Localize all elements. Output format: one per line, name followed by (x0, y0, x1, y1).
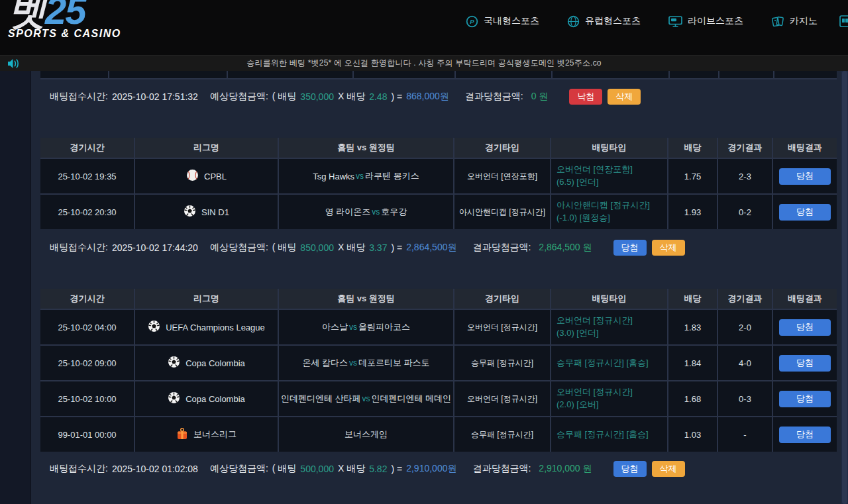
bet-result-cell: 당첨 (773, 159, 837, 193)
status-lose-button[interactable]: 낙첨 (569, 89, 602, 105)
column-header-teams: 홈팀 vs 원정팀 (279, 138, 453, 158)
nav-item-domestic-sports[interactable]: P 국내형스포츠 (466, 15, 539, 28)
odds-cell: 1.03 (668, 417, 717, 452)
p-circle-icon: P (466, 15, 478, 28)
nav-item-european-sports[interactable]: 유럽형스포츠 (567, 15, 641, 28)
equals-sign: ) = (391, 464, 402, 474)
away-team: 데포르티보 파스토 (358, 357, 430, 369)
column-header-odds: 배당 (668, 289, 717, 309)
win-badge-button[interactable]: 당첨 (779, 391, 831, 407)
column-header-game-type: 경기타입 (454, 289, 550, 309)
gift-icon (176, 427, 188, 442)
league-cell: Copa Colombia (135, 346, 278, 380)
column-header-score: 경기결과 (718, 138, 772, 158)
scrollbar-thumb[interactable] (842, 71, 847, 504)
bet-result-cell: 당첨 (773, 310, 837, 344)
globe-icon (567, 15, 580, 28)
result-amount-value: 0 원 (531, 91, 549, 103)
column-header-league: 리그명 (135, 138, 278, 158)
slip-summary: 배팅접수시간: 2025-10-02 17:51:32 예상당첨금액: ( 배팅… (40, 87, 837, 106)
receipt-time-label: 배팅접수시간: (50, 463, 108, 475)
vs-label: vs (349, 323, 357, 332)
match-time-cell: 25-10-02 04:00 (40, 310, 134, 344)
slip-summary: 배팅접수시간: 2025-10-02 17:44:20 예상당첨금액: ( 배팅… (40, 238, 837, 257)
soccer-ball-icon (168, 356, 180, 370)
win-badge-button[interactable]: 당첨 (779, 319, 831, 336)
bet-type-line2: (2.0) [오버] (556, 399, 599, 411)
bet-type-cell: 오버언더 [연장포함] (6.5) [언더] (551, 159, 667, 193)
receipt-time-value: 2025-10-02 17:44:20 (112, 242, 198, 253)
bet-type-line2: (-1.0) [원정승] (556, 212, 610, 225)
bet-type-line2: (3.0) [언더] (556, 327, 599, 340)
league-name: 보너스리그 (193, 428, 237, 440)
delete-button[interactable]: 삭제 (608, 89, 641, 105)
league-name: Copa Colombia (186, 394, 245, 404)
bet-type-line1: 오버언더 [연장포함] (556, 164, 633, 176)
odds-value: 5.82 (369, 464, 387, 474)
bet-type-line1: 오버언더 [정규시간] (556, 315, 633, 327)
bet-type-cell: 아시안핸디캡 [정규시간] (-1.0) [원정승] (551, 195, 667, 229)
nav-item-casino[interactable]: 카지노 (771, 15, 818, 28)
nav-item-live-sports[interactable]: 라이브스포츠 (668, 15, 743, 28)
match-time-cell: 99-01-01 00:00 (40, 417, 134, 452)
left-sidebar-strip (0, 71, 31, 504)
win-badge-button[interactable]: 당첨 (779, 168, 831, 185)
away-team: 올림피아코스 (358, 321, 410, 333)
column-header-bet-type: 배팅타입 (551, 289, 667, 309)
win-badge-button[interactable]: 당첨 (779, 355, 831, 372)
match-time-cell: 25-10-02 09:00 (40, 346, 134, 380)
bet-history-panel: 배팅접수시간: 2025-10-02 17:51:32 예상당첨금액: ( 배팅… (40, 71, 837, 478)
status-win-button[interactable]: 당첨 (613, 240, 647, 256)
top-header: 벳25 SPORTS & CASINO P 국내형스포츠 유럽형스포츠 라이브스… (0, 0, 848, 55)
column-header-score: 경기결과 (718, 289, 772, 309)
odds-cell: 1.93 (668, 195, 717, 229)
notice-text: 승리를위한 베팅 *벳25* 에 오신걸 환영합니다 . 사칭 주의 부탁드리며… (246, 58, 601, 69)
game-type-cell: 오버언더 [정규시간] (454, 381, 550, 416)
home-team: 온세 칼다스 (302, 357, 348, 369)
odds-value: 2.48 (369, 91, 387, 102)
win-badge-button[interactable]: 당첨 (779, 427, 831, 443)
bet-type-line2: (6.5) [언더] (556, 176, 599, 189)
column-header-game-type: 경기타입 (454, 138, 550, 158)
expected-total-value: 868,000원 (406, 91, 449, 103)
odds-cell: 1.84 (668, 346, 717, 380)
vs-label: vs (372, 207, 380, 217)
nav-label: 국내형스포츠 (484, 15, 539, 27)
teams-cell: 온세 칼다스vs데포르티보 파스토 (279, 346, 453, 380)
game-type-cell: 아시안핸디캡 [정규시간] (454, 195, 550, 229)
odds-cell: 1.83 (668, 310, 717, 344)
odds-prefix: X 배당 (338, 242, 365, 254)
delete-button[interactable]: 삭제 (652, 240, 685, 256)
delete-button[interactable]: 삭제 (652, 461, 685, 477)
score-cell: - (718, 417, 772, 452)
scrollbar[interactable] (841, 71, 848, 504)
league-cell: UEFA Champions League (135, 310, 278, 344)
status-win-button[interactable]: 당첨 (613, 461, 647, 477)
score-cell: 0-2 (718, 195, 772, 229)
soccer-ball-icon (184, 205, 196, 219)
slot-machine-icon[interactable] (839, 15, 848, 30)
site-logo[interactable]: 벳25 SPORTS & CASINO (8, 0, 121, 40)
game-type-cell: 승무패 [정규시간] (454, 417, 550, 452)
score-cell: 0-3 (718, 381, 772, 416)
nav-label: 유럽형스포츠 (585, 15, 641, 27)
stake-value: 850,000 (300, 242, 334, 253)
match-time-cell: 25-10-02 19:35 (40, 159, 134, 193)
logo-kr: 벳 (8, 0, 45, 32)
receipt-time-value: 2025-10-02 17:51:32 (112, 91, 198, 102)
stake-prefix: ( 배팅 (272, 463, 297, 475)
league-cell: SIN D1 (135, 195, 278, 229)
league-name: UEFA Champions League (166, 323, 265, 332)
logo-text: 벳25 (8, 0, 121, 32)
bet-type-cell: 승무패 [정규시간] [홈승] (551, 346, 667, 380)
away-team: 라쿠텐 몽키스 (365, 170, 419, 182)
column-header-bet-result: 배팅결과 (773, 138, 837, 158)
notice-bar: 승리를위한 베팅 *벳25* 에 오신걸 환영합니다 . 사칭 주의 부탁드리며… (0, 55, 848, 71)
vs-label: vs (362, 394, 370, 403)
odds-cell: 1.75 (668, 159, 717, 193)
logo-tagline: SPORTS & CASINO (8, 28, 121, 40)
expected-total-value: 2,910,000원 (406, 463, 456, 475)
game-type-cell: 승무패 [정규시간] (454, 346, 550, 380)
win-badge-button[interactable]: 당첨 (779, 204, 831, 221)
baseball-icon (186, 169, 199, 183)
